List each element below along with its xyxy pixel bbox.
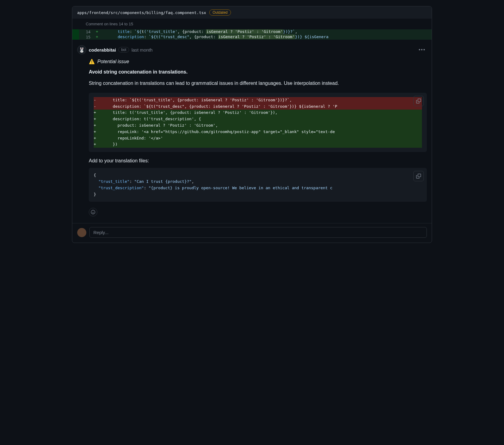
diff-row: 14+ title: `${t('trust_title', {product:… (72, 29, 432, 34)
comment-title: Avoid string concatenation in translatio… (89, 69, 427, 75)
svg-point-2 (94, 212, 94, 212)
reaction-bar (77, 208, 427, 216)
outdated-badge: Outdated (209, 9, 231, 16)
current-user-avatar[interactable] (77, 228, 86, 237)
json-code: { "trust_title": "Can I trust {product}?… (94, 172, 422, 197)
copy-button[interactable] (413, 171, 424, 181)
add-reaction-button[interactable] (89, 208, 97, 216)
svg-point-1 (92, 212, 92, 212)
comment-text: String concatenation in translations can… (89, 80, 427, 87)
issue-type-row: ⚠️ Potential issue (89, 59, 427, 64)
issue-type-label: Potential issue (97, 59, 129, 64)
comment-timestamp[interactable]: last month (131, 47, 153, 52)
review-thread: apps/frontend/src/components/billing/faq… (72, 6, 432, 243)
diff-hunk: 14+ title: `${t('trust_title', {product:… (72, 29, 432, 40)
json-snippet: { "trust_title": "Can I trust {product}?… (89, 168, 427, 202)
file-path[interactable]: apps/frontend/src/components/billing/faq… (77, 10, 206, 15)
comment-header: 🐰 coderabbitai bot last month ••• (77, 45, 427, 54)
comment: 🐰 coderabbitai bot last month ••• ⚠️ Pot… (72, 40, 432, 220)
bot-badge: bot (118, 47, 129, 52)
comment-actions-menu[interactable]: ••• (417, 46, 427, 54)
copy-icon (416, 99, 421, 103)
warning-icon: ⚠️ (89, 59, 95, 64)
reply-row (72, 223, 432, 243)
diff-row: 15+ description: `${t("trust_desc", {pro… (72, 34, 432, 40)
smiley-icon (91, 210, 95, 215)
copy-icon (416, 174, 421, 179)
diff-code: - title: `${t('trust_title', {product: i… (94, 97, 422, 148)
copy-button[interactable] (413, 96, 424, 106)
suggested-diff: - title: `${t('trust_title', {product: i… (89, 93, 427, 152)
avatar[interactable]: 🐰 (77, 45, 86, 54)
translation-files-heading: Add to your translation files: (89, 158, 427, 164)
line-range-label: Comment on lines 14 to 15 (72, 19, 432, 29)
reply-input[interactable] (89, 227, 427, 238)
comment-author[interactable]: coderabbitai (89, 47, 116, 52)
file-header: apps/frontend/src/components/billing/faq… (72, 6, 432, 19)
svg-point-0 (91, 210, 95, 214)
comment-body: ⚠️ Potential issue Avoid string concaten… (77, 59, 427, 202)
